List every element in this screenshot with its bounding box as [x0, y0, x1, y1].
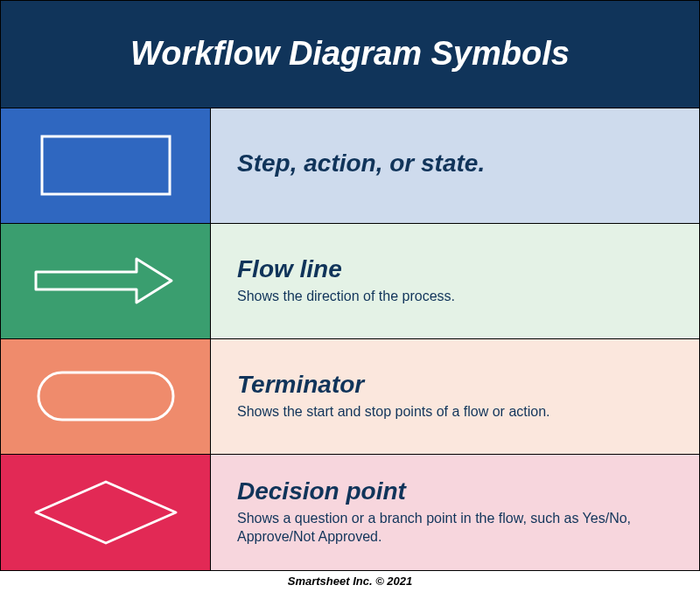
svg-marker-2	[36, 482, 176, 543]
desc-cell-terminator: Terminator Shows the start and stop poin…	[211, 339, 699, 454]
row-flow: Flow line Shows the direction of the pro…	[1, 224, 699, 339]
symbol-cell-step	[1, 108, 211, 223]
desc-cell-decision: Decision point Shows a question or a bra…	[211, 455, 699, 570]
diagram-container: Workflow Diagram Symbols Step, action, o…	[0, 0, 700, 571]
symbol-cell-decision	[1, 455, 211, 570]
diamond-icon	[32, 477, 180, 547]
arrow-icon	[32, 250, 180, 311]
svg-rect-0	[42, 136, 170, 194]
step-title: Step, action, or state.	[237, 150, 673, 178]
decision-sub: Shows a question or a branch point in th…	[237, 509, 640, 547]
decision-title: Decision point	[237, 478, 673, 505]
row-step: Step, action, or state.	[1, 108, 699, 224]
terminator-icon	[36, 370, 176, 422]
flow-title: Flow line	[237, 256, 673, 283]
rectangle-icon	[40, 135, 172, 196]
symbol-cell-terminator	[1, 339, 211, 454]
row-decision: Decision point Shows a question or a bra…	[1, 455, 699, 570]
desc-cell-flow: Flow line Shows the direction of the pro…	[211, 224, 699, 338]
symbol-cell-flow	[1, 224, 211, 338]
page-title: Workflow Diagram Symbols	[1, 1, 699, 108]
desc-cell-step: Step, action, or state.	[211, 108, 699, 223]
svg-rect-1	[38, 373, 173, 420]
flow-sub: Shows the direction of the process.	[237, 287, 640, 306]
footer-credit: Smartsheet Inc. © 2021	[0, 571, 700, 589]
terminator-sub: Shows the start and stop points of a flo…	[237, 402, 640, 421]
row-terminator: Terminator Shows the start and stop poin…	[1, 339, 699, 455]
terminator-title: Terminator	[237, 372, 673, 399]
